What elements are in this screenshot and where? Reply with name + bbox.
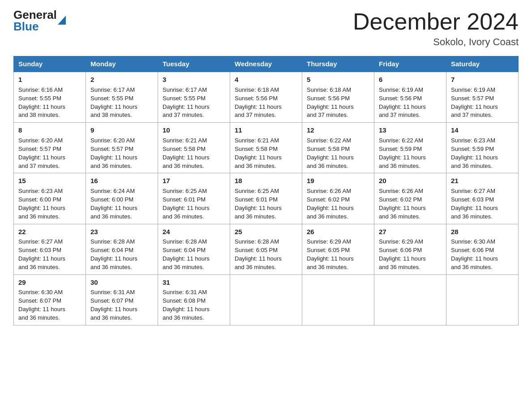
- day-info: Sunrise: 6:18 AM Sunset: 5:56 PM Dayligh…: [235, 86, 297, 120]
- day-info: Sunrise: 6:22 AM Sunset: 5:59 PM Dayligh…: [379, 137, 442, 170]
- day-number: 15: [18, 176, 81, 186]
- day-number: 6: [379, 75, 442, 85]
- calendar-cell: 19Sunrise: 6:26 AM Sunset: 6:02 PM Dayli…: [302, 173, 374, 224]
- calendar-cell: 20Sunrise: 6:26 AM Sunset: 6:02 PM Dayli…: [374, 173, 446, 224]
- calendar-cell: 27Sunrise: 6:29 AM Sunset: 6:06 PM Dayli…: [374, 224, 446, 274]
- day-number: 18: [235, 176, 297, 186]
- page-title: December 2024: [353, 9, 519, 34]
- day-info: Sunrise: 6:25 AM Sunset: 6:01 PM Dayligh…: [235, 187, 297, 221]
- calendar-header: SundayMondayTuesdayWednesdayThursdayFrid…: [14, 56, 519, 72]
- logo: General Blue: [13, 9, 66, 32]
- calendar-cell: [302, 274, 374, 325]
- week-row-2: 8Sunrise: 6:20 AM Sunset: 5:57 PM Daylig…: [14, 123, 519, 173]
- day-info: Sunrise: 6:29 AM Sunset: 6:06 PM Dayligh…: [379, 238, 442, 271]
- calendar-cell: 22Sunrise: 6:27 AM Sunset: 6:03 PM Dayli…: [14, 224, 86, 274]
- calendar-cell: 25Sunrise: 6:28 AM Sunset: 6:05 PM Dayli…: [230, 224, 302, 274]
- header-cell-monday: Monday: [86, 56, 158, 72]
- day-number: 21: [451, 176, 514, 186]
- day-info: Sunrise: 6:26 AM Sunset: 6:02 PM Dayligh…: [379, 187, 442, 221]
- page-header: General Blue December 2024 Sokolo, Ivory…: [13, 9, 519, 48]
- calendar-cell: 26Sunrise: 6:29 AM Sunset: 6:05 PM Dayli…: [302, 224, 374, 274]
- calendar-cell: [230, 274, 302, 325]
- day-info: Sunrise: 6:28 AM Sunset: 6:04 PM Dayligh…: [163, 238, 225, 271]
- calendar-cell: 24Sunrise: 6:28 AM Sunset: 6:04 PM Dayli…: [158, 224, 230, 274]
- day-info: Sunrise: 6:27 AM Sunset: 6:03 PM Dayligh…: [18, 238, 81, 271]
- header-cell-wednesday: Wednesday: [230, 56, 302, 72]
- day-info: Sunrise: 6:25 AM Sunset: 6:01 PM Dayligh…: [163, 187, 225, 221]
- day-info: Sunrise: 6:22 AM Sunset: 5:58 PM Dayligh…: [307, 137, 369, 170]
- day-info: Sunrise: 6:20 AM Sunset: 5:57 PM Dayligh…: [18, 137, 81, 170]
- logo-arrow-icon: [58, 16, 66, 25]
- day-number: 20: [379, 176, 442, 186]
- day-info: Sunrise: 6:21 AM Sunset: 5:58 PM Dayligh…: [163, 137, 225, 170]
- week-row-5: 29Sunrise: 6:30 AM Sunset: 6:07 PM Dayli…: [14, 274, 519, 325]
- calendar-cell: 2Sunrise: 6:17 AM Sunset: 5:55 PM Daylig…: [86, 72, 158, 123]
- calendar-cell: 9Sunrise: 6:20 AM Sunset: 5:57 PM Daylig…: [86, 123, 158, 173]
- day-number: 10: [163, 125, 225, 135]
- day-info: Sunrise: 6:23 AM Sunset: 6:00 PM Dayligh…: [18, 187, 81, 221]
- day-info: Sunrise: 6:27 AM Sunset: 6:03 PM Dayligh…: [451, 187, 514, 221]
- day-info: Sunrise: 6:17 AM Sunset: 5:55 PM Dayligh…: [90, 86, 153, 120]
- logo-general-text: General: [13, 9, 57, 21]
- day-number: 17: [163, 176, 225, 186]
- day-number: 28: [451, 227, 514, 237]
- day-number: 14: [451, 125, 514, 135]
- day-number: 30: [90, 278, 153, 287]
- calendar-cell: 28Sunrise: 6:30 AM Sunset: 6:06 PM Dayli…: [446, 224, 519, 274]
- day-number: 27: [379, 227, 442, 237]
- calendar-cell: 6Sunrise: 6:19 AM Sunset: 5:56 PM Daylig…: [374, 72, 446, 123]
- day-info: Sunrise: 6:26 AM Sunset: 6:02 PM Dayligh…: [307, 187, 369, 221]
- calendar-cell: 5Sunrise: 6:18 AM Sunset: 5:56 PM Daylig…: [302, 72, 374, 123]
- day-number: 11: [235, 125, 297, 135]
- day-number: 9: [90, 125, 153, 135]
- calendar-cell: 16Sunrise: 6:24 AM Sunset: 6:00 PM Dayli…: [86, 173, 158, 224]
- day-number: 8: [18, 125, 81, 135]
- calendar-body: 1Sunrise: 6:16 AM Sunset: 5:55 PM Daylig…: [14, 72, 519, 325]
- day-info: Sunrise: 6:28 AM Sunset: 6:04 PM Dayligh…: [90, 238, 153, 271]
- day-number: 4: [235, 75, 297, 85]
- calendar-cell: 14Sunrise: 6:23 AM Sunset: 5:59 PM Dayli…: [446, 123, 519, 173]
- calendar-cell: 12Sunrise: 6:22 AM Sunset: 5:58 PM Dayli…: [302, 123, 374, 173]
- week-row-3: 15Sunrise: 6:23 AM Sunset: 6:00 PM Dayli…: [14, 173, 519, 224]
- day-number: 5: [307, 75, 369, 85]
- header-cell-saturday: Saturday: [446, 56, 519, 72]
- day-number: 31: [163, 278, 225, 287]
- header-cell-tuesday: Tuesday: [158, 56, 230, 72]
- day-number: 29: [18, 278, 81, 287]
- header-row: SundayMondayTuesdayWednesdayThursdayFrid…: [14, 56, 519, 72]
- day-info: Sunrise: 6:19 AM Sunset: 5:56 PM Dayligh…: [379, 86, 442, 120]
- week-row-1: 1Sunrise: 6:16 AM Sunset: 5:55 PM Daylig…: [14, 72, 519, 123]
- day-number: 23: [90, 227, 153, 237]
- calendar-cell: 31Sunrise: 6:31 AM Sunset: 6:08 PM Dayli…: [158, 274, 230, 325]
- day-info: Sunrise: 6:21 AM Sunset: 5:58 PM Dayligh…: [235, 137, 297, 170]
- header-cell-thursday: Thursday: [302, 56, 374, 72]
- day-info: Sunrise: 6:24 AM Sunset: 6:00 PM Dayligh…: [90, 187, 153, 221]
- calendar-cell: 8Sunrise: 6:20 AM Sunset: 5:57 PM Daylig…: [14, 123, 86, 173]
- day-info: Sunrise: 6:19 AM Sunset: 5:57 PM Dayligh…: [451, 86, 514, 120]
- day-info: Sunrise: 6:30 AM Sunset: 6:06 PM Dayligh…: [451, 238, 514, 271]
- calendar-cell: 11Sunrise: 6:21 AM Sunset: 5:58 PM Dayli…: [230, 123, 302, 173]
- calendar-cell: 4Sunrise: 6:18 AM Sunset: 5:56 PM Daylig…: [230, 72, 302, 123]
- calendar-cell: 18Sunrise: 6:25 AM Sunset: 6:01 PM Dayli…: [230, 173, 302, 224]
- day-number: 1: [18, 75, 81, 85]
- day-info: Sunrise: 6:30 AM Sunset: 6:07 PM Dayligh…: [18, 288, 81, 322]
- calendar-cell: [374, 274, 446, 325]
- calendar-cell: 29Sunrise: 6:30 AM Sunset: 6:07 PM Dayli…: [14, 274, 86, 325]
- day-number: 22: [18, 227, 81, 237]
- calendar-cell: 17Sunrise: 6:25 AM Sunset: 6:01 PM Dayli…: [158, 173, 230, 224]
- day-info: Sunrise: 6:20 AM Sunset: 5:57 PM Dayligh…: [90, 137, 153, 170]
- calendar-cell: [446, 274, 519, 325]
- day-number: 2: [90, 75, 153, 85]
- header-cell-friday: Friday: [374, 56, 446, 72]
- calendar-cell: 13Sunrise: 6:22 AM Sunset: 5:59 PM Dayli…: [374, 123, 446, 173]
- week-row-4: 22Sunrise: 6:27 AM Sunset: 6:03 PM Dayli…: [14, 224, 519, 274]
- day-number: 24: [163, 227, 225, 237]
- header-cell-sunday: Sunday: [14, 56, 86, 72]
- day-info: Sunrise: 6:17 AM Sunset: 5:55 PM Dayligh…: [163, 86, 225, 120]
- day-number: 3: [163, 75, 225, 85]
- calendar-cell: 3Sunrise: 6:17 AM Sunset: 5:55 PM Daylig…: [158, 72, 230, 123]
- calendar-table: SundayMondayTuesdayWednesdayThursdayFrid…: [13, 56, 519, 325]
- page-subtitle: Sokolo, Ivory Coast: [353, 36, 519, 48]
- calendar-cell: 7Sunrise: 6:19 AM Sunset: 5:57 PM Daylig…: [446, 72, 519, 123]
- calendar-cell: 23Sunrise: 6:28 AM Sunset: 6:04 PM Dayli…: [86, 224, 158, 274]
